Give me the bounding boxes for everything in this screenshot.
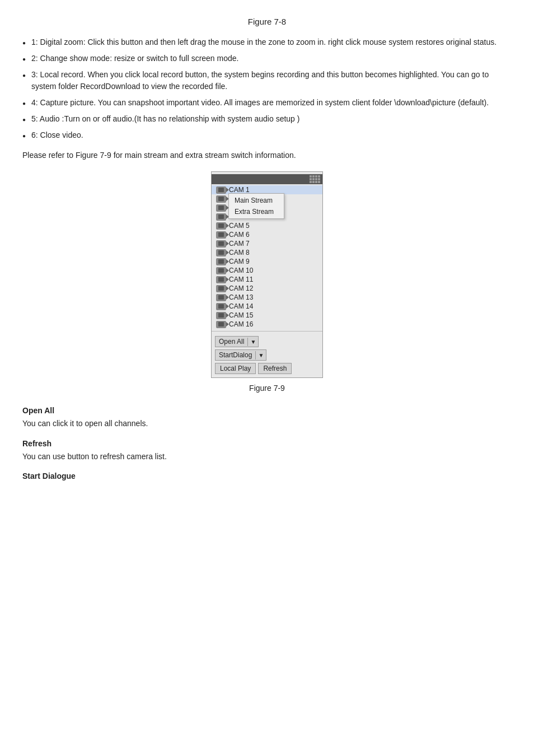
cam-label-14: CAM 14 bbox=[229, 302, 253, 310]
bullet-list: 1: Digital zoom: Click this button and t… bbox=[22, 36, 512, 141]
cam-icon-9 bbox=[216, 258, 226, 265]
cam-icon-11 bbox=[216, 276, 226, 283]
bullet-item-4: 4: Capture picture. You can snapshoot im… bbox=[22, 97, 512, 109]
cam-icon-1 bbox=[216, 186, 226, 194]
panel-wrapper: CAM 1 Main Stream Extra Stream CAM 2 CAM… bbox=[22, 171, 512, 378]
cam-label-7: CAM 7 bbox=[229, 240, 250, 248]
cam-icon-13 bbox=[216, 294, 226, 301]
refresh-button[interactable]: Refresh bbox=[258, 363, 292, 374]
start-dialog-label: StartDialog bbox=[216, 350, 255, 360]
section-refresh: Refresh You can use button to refresh ca… bbox=[22, 439, 512, 463]
cam-panel: CAM 1 Main Stream Extra Stream CAM 2 CAM… bbox=[211, 171, 323, 378]
cam-icon-5 bbox=[216, 222, 226, 230]
extra-stream-option[interactable]: Extra Stream bbox=[229, 206, 284, 217]
open-all-button[interactable]: Open All ▼ bbox=[215, 336, 259, 347]
cam-icon-6 bbox=[216, 231, 226, 239]
cam-label-6: CAM 6 bbox=[229, 231, 250, 239]
cam-row-5[interactable]: CAM 5 bbox=[212, 221, 322, 230]
section-start-dialogue-title: Start Dialogue bbox=[22, 472, 512, 480]
stream-popup: Main Stream Extra Stream bbox=[228, 193, 284, 219]
section-open-all: Open All You can click it to open all ch… bbox=[22, 406, 512, 430]
cam-label-1: CAM 1 bbox=[229, 186, 250, 194]
open-all-label: Open All bbox=[216, 337, 247, 347]
start-dialog-button[interactable]: StartDialog ▼ bbox=[215, 349, 266, 361]
figure-caption: Figure 7-9 bbox=[22, 384, 512, 393]
cam-icon-4 bbox=[216, 213, 226, 221]
cam-label-5: CAM 5 bbox=[229, 222, 250, 230]
cam-row-11[interactable]: CAM 11 bbox=[212, 275, 322, 284]
cam-icon-14 bbox=[216, 303, 226, 310]
cam-row-14[interactable]: CAM 14 bbox=[212, 302, 322, 311]
panel-top-bar bbox=[212, 174, 322, 184]
cam-icon-2 bbox=[216, 195, 226, 203]
grid-icon bbox=[310, 175, 320, 183]
cam-icon-10 bbox=[216, 267, 226, 274]
cam-label-11: CAM 11 bbox=[229, 276, 253, 283]
bullet-item-3: 3: Local record. When you click local re… bbox=[22, 69, 512, 92]
cam-row-9[interactable]: CAM 9 bbox=[212, 257, 322, 266]
bottom-buttons-row: Local Play Refresh bbox=[215, 363, 319, 374]
cam-row-10[interactable]: CAM 10 bbox=[212, 266, 322, 275]
start-dialog-row: StartDialog ▼ bbox=[215, 349, 319, 361]
cam-label-12: CAM 12 bbox=[229, 284, 253, 292]
cam-label-8: CAM 8 bbox=[229, 249, 250, 256]
cam-row-1[interactable]: CAM 1 Main Stream Extra Stream bbox=[212, 185, 322, 194]
cam-icon-15 bbox=[216, 312, 226, 319]
cam-icon-3 bbox=[216, 204, 226, 212]
cam-icon-8 bbox=[216, 249, 226, 256]
panel-divider-1 bbox=[212, 331, 322, 332]
cam-icon-7 bbox=[216, 240, 226, 248]
panel-bottom: Open All ▼ StartDialog ▼ Local Play Refr… bbox=[212, 334, 322, 374]
cam-label-9: CAM 9 bbox=[229, 258, 250, 265]
open-all-row: Open All ▼ bbox=[215, 336, 319, 347]
cam-row-12[interactable]: CAM 12 bbox=[212, 284, 322, 293]
bullet-item-5: 5: Audio :Turn on or off audio.(It has n… bbox=[22, 113, 512, 125]
bullet-item-2: 2: Change show mode: resize or switch to… bbox=[22, 53, 512, 64]
cam-label-16: CAM 16 bbox=[229, 320, 253, 328]
section-start-dialogue: Start Dialogue bbox=[22, 472, 512, 480]
bullet-item-1: 1: Digital zoom: Click this button and t… bbox=[22, 36, 512, 48]
local-play-button[interactable]: Local Play bbox=[215, 363, 256, 374]
figure-title: Figure 7-8 bbox=[22, 17, 512, 26]
cam-row-16[interactable]: CAM 16 bbox=[212, 320, 322, 329]
cam-row-8[interactable]: CAM 8 bbox=[212, 248, 322, 257]
cam-row-6[interactable]: CAM 6 bbox=[212, 230, 322, 239]
cam-icon-16 bbox=[216, 321, 226, 328]
intro-text: Please refer to Figure 7-9 for main stre… bbox=[22, 149, 512, 161]
cam-row-15[interactable]: CAM 15 bbox=[212, 311, 322, 320]
cam-row-13[interactable]: CAM 13 bbox=[212, 293, 322, 302]
cam-label-15: CAM 15 bbox=[229, 311, 253, 319]
section-open-all-text: You can click it to open all channels. bbox=[22, 417, 512, 430]
cam-row-7[interactable]: CAM 7 bbox=[212, 239, 322, 248]
cam-label-13: CAM 13 bbox=[229, 293, 253, 301]
section-open-all-title: Open All bbox=[22, 406, 512, 415]
start-dialog-arrow-icon[interactable]: ▼ bbox=[255, 351, 266, 360]
main-stream-option[interactable]: Main Stream bbox=[229, 195, 284, 206]
section-refresh-text: You can use button to refresh camera lis… bbox=[22, 450, 512, 463]
section-refresh-title: Refresh bbox=[22, 439, 512, 448]
cam-icon-12 bbox=[216, 285, 226, 292]
cam-label-10: CAM 10 bbox=[229, 267, 253, 274]
bullet-item-6: 6: Close video. bbox=[22, 129, 512, 141]
open-all-arrow-icon[interactable]: ▼ bbox=[247, 338, 258, 346]
